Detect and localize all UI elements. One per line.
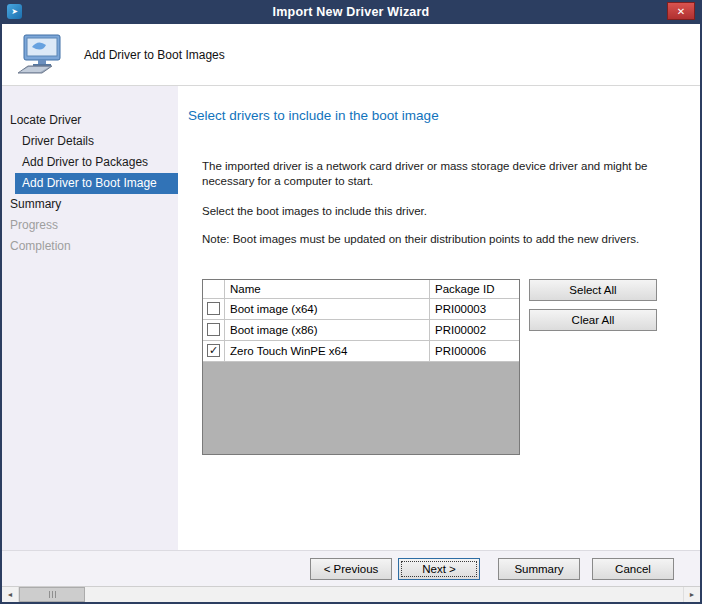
- checkbox-cell: [203, 299, 225, 319]
- boot-image-table-zone: Name Package ID Boot image (x64) PRI0000…: [202, 279, 700, 455]
- instruction-text: Select the boot images to include this d…: [202, 204, 700, 219]
- step-locate-driver[interactable]: Locate Driver: [2, 110, 178, 131]
- table-empty-area: [203, 362, 519, 454]
- computer-icon: [16, 34, 64, 76]
- step-completion: Completion: [2, 236, 178, 257]
- page-title: Select drivers to include in the boot im…: [188, 108, 700, 123]
- clear-all-button[interactable]: Clear All: [529, 309, 657, 331]
- table-row[interactable]: ✓ Zero Touch WinPE x64 PRI00006: [203, 341, 519, 362]
- table-row[interactable]: Boot image (x86) PRI00002: [203, 320, 519, 341]
- titlebar: ➤ Import New Driver Wizard ✕: [2, 0, 700, 24]
- wizard-page: Select drivers to include in the boot im…: [178, 86, 700, 550]
- row-package-id: PRI00006: [430, 341, 519, 361]
- wizard-icon: ➤: [7, 4, 22, 19]
- scrollbar-thumb[interactable]: [19, 587, 85, 602]
- selection-buttons: Select All Clear All: [529, 279, 657, 455]
- table-header-row: Name Package ID: [203, 280, 519, 299]
- close-button[interactable]: ✕: [667, 2, 695, 20]
- step-add-driver-to-packages[interactable]: Add Driver to Packages: [2, 152, 178, 173]
- boot-image-table: Name Package ID Boot image (x64) PRI0000…: [202, 279, 520, 455]
- row-name: Boot image (x86): [225, 320, 430, 340]
- previous-button[interactable]: < Previous: [310, 558, 392, 580]
- step-add-driver-to-boot-image[interactable]: Add Driver to Boot Image: [15, 173, 178, 194]
- summary-button[interactable]: Summary: [498, 558, 580, 580]
- wizard-body: Locate Driver Driver Details Add Driver …: [2, 86, 700, 550]
- window-title: Import New Driver Wizard: [273, 5, 430, 19]
- intro-text: The imported driver is a network card dr…: [202, 159, 700, 189]
- horizontal-scrollbar[interactable]: ◄ ►: [2, 586, 700, 602]
- step-summary[interactable]: Summary: [2, 194, 178, 215]
- select-all-button[interactable]: Select All: [529, 279, 657, 301]
- step-driver-details[interactable]: Driver Details: [2, 131, 178, 152]
- row-name: Boot image (x64): [225, 299, 430, 319]
- import-new-driver-wizard-window: ➤ Import New Driver Wizard ✕ Add Driver …: [0, 0, 702, 604]
- wizard-footer: < Previous Next > Summary Cancel: [2, 550, 700, 586]
- checkbox-cell: ✓: [203, 341, 225, 361]
- row-name: Zero Touch WinPE x64: [225, 341, 430, 361]
- wizard-steps-sidebar: Locate Driver Driver Details Add Driver …: [2, 86, 178, 550]
- header-package-id: Package ID: [430, 280, 519, 298]
- table-row[interactable]: Boot image (x64) PRI00003: [203, 299, 519, 320]
- zero-touch-winpe-x64-checkbox[interactable]: ✓: [207, 344, 220, 357]
- wizard-header: Add Driver to Boot Images: [2, 24, 700, 86]
- header-name: Name: [225, 280, 430, 298]
- checkbox-cell: [203, 320, 225, 340]
- boot-image-x86-checkbox[interactable]: [207, 323, 220, 336]
- cancel-button[interactable]: Cancel: [592, 558, 674, 580]
- boot-image-x64-checkbox[interactable]: [207, 302, 220, 315]
- note-text: Note: Boot images must be updated on the…: [202, 232, 700, 247]
- header-checkbox-column: [203, 280, 225, 298]
- step-progress: Progress: [2, 215, 178, 236]
- scroll-left-icon[interactable]: ◄: [2, 587, 19, 602]
- scroll-right-icon[interactable]: ►: [683, 587, 700, 602]
- next-button[interactable]: Next >: [398, 558, 480, 580]
- row-package-id: PRI00002: [430, 320, 519, 340]
- header-title: Add Driver to Boot Images: [84, 48, 225, 62]
- row-package-id: PRI00003: [430, 299, 519, 319]
